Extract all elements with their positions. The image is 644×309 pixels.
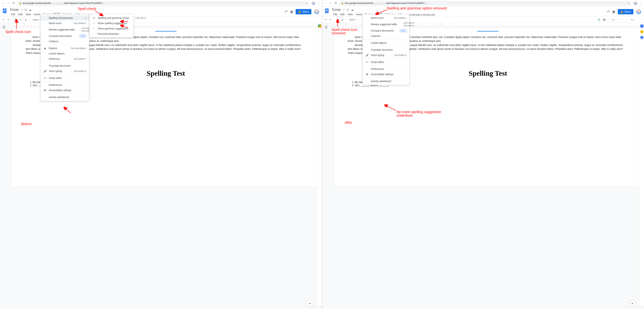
menu-file[interactable]: File [10,12,16,16]
menu-activity-dashboard[interactable]: Activity dashboard [363,78,409,84]
scroll-right-icon[interactable]: › [320,305,321,308]
address-bar[interactable]: 🔒 docs.google.com/document/d/………………/edit… [17,1,309,6]
undo-icon[interactable]: ↶ [324,18,328,22]
menu-linked-objects[interactable]: Linked objects [40,51,89,56]
account-avatar-icon[interactable] [314,9,320,14]
svg-rect-17 [325,27,327,27]
menu-compare[interactable]: Compare documentsNew [363,28,409,33]
undo-icon[interactable]: ↶ [2,18,5,22]
menu-explore[interactable]: ◆ExploreCtrl+Alt+Shift+I [40,46,89,51]
svg-rect-14 [326,10,328,11]
star-outline-icon[interactable]: ☆ [342,8,345,11]
more-icon[interactable]: ⋯ [619,18,623,22]
profile-avatar-icon[interactable] [312,2,315,5]
chevron-up-icon[interactable]: ˄ [639,18,642,22]
submenu-show-grammar[interactable]: ✓Show grammar suggestions [90,26,134,31]
cloud-icon[interactable]: ☁ [351,8,354,11]
nav-back-icon[interactable]: ← [2,2,4,5]
move-icon[interactable]: 🗀 [24,8,27,11]
menu-review-edits[interactable]: Review suggested editsCtrl+Alt+O Ctrl+Al… [40,26,89,33]
menu-edit[interactable]: Edit [17,12,24,16]
nav-back-icon[interactable]: ← [324,2,327,5]
docs-logo-icon[interactable] [2,8,8,14]
outline-icon[interactable] [324,25,328,29]
print-icon[interactable]: 🖶 [336,18,340,22]
trend-icon[interactable] [284,10,288,14]
zoom-select[interactable]: 100% [348,18,358,22]
insert-link-icon[interactable]: 🔗 [597,18,601,22]
print-icon[interactable]: 🖶 [14,18,17,22]
menu-review-edits[interactable]: Review suggested editsCtrl+Alt+O Ctrl+Al… [363,20,409,28]
menu-dictionary[interactable]: DictionaryCtrl+Shift+Y [40,56,89,62]
submenu-personal-dictionary[interactable]: Personal dictionary [90,31,134,36]
submenu-check[interactable]: A✓Spelling and grammar checkCtrl+Alt+X [90,15,134,20]
menu-script-editor[interactable]: <>Script editor [363,60,409,65]
menu-accessibility[interactable]: ✱Accessibility settings [40,88,89,93]
menu-voice-typing[interactable]: 🎤Voice typingCtrl+Shift+S [363,52,409,58]
kebab-icon[interactable]: ⋮ [640,2,642,5]
star-icon[interactable]: ☆ [628,2,630,4]
paint-format-icon[interactable]: 🖌 [340,18,344,22]
editing-mode-icon[interactable]: ✎ [630,18,635,22]
submenu-show-spelling[interactable]: ✓Show spelling suggestions [90,20,134,26]
kebab-icon[interactable]: ⋮ [318,2,320,5]
tasks-icon[interactable] [640,36,644,39]
menu-translate[interactable]: Translate document [40,63,89,68]
explore-fab[interactable]: ✦ [629,300,635,306]
menu-view[interactable]: View [24,12,32,16]
account-avatar-icon[interactable] [636,9,642,14]
insert-image-icon[interactable]: 🖼 [602,18,607,22]
menu-preferences[interactable]: Preferences [363,66,409,72]
menu-citations[interactable]: Citations [363,33,409,39]
menu-script-editor[interactable]: <>Script editor [40,75,89,81]
menu-preferences[interactable]: Preferences [40,82,89,88]
menu-edit[interactable]: Edit [339,12,346,16]
nav-forward-icon[interactable]: → [7,2,10,5]
menu-accessibility[interactable]: ✱Accessibility settings [363,72,409,77]
star-icon[interactable]: ☆ [306,2,308,4]
align-icon[interactable]: ≡ [611,18,615,22]
share-button[interactable]: 🔒 Share [618,9,633,14]
docs-logo-icon[interactable] [324,8,330,14]
menu-compare[interactable]: Compare documentsNew [40,33,89,39]
keep-icon[interactable] [640,30,644,33]
redo-icon[interactable]: ↷ [328,18,332,22]
menu-translate[interactable]: Translate document [363,47,409,52]
menu-linked-objects[interactable]: Linked objects [363,40,409,46]
menu-word-count[interactable]: Word countCtrl+Shift+C [363,15,409,20]
comments-icon[interactable]: ▣ [290,10,293,14]
calendar-icon[interactable] [318,24,321,28]
document-title[interactable]: Essay [332,8,341,12]
menu-insert[interactable]: Insert [354,12,363,16]
menu-view[interactable]: View [346,12,354,16]
nav-forward-icon[interactable]: → [329,2,332,5]
nav-reload-icon[interactable]: ⟳ [334,2,337,5]
star-outline-icon[interactable]: ☆ [20,8,23,11]
profile-avatar-icon[interactable] [634,2,637,5]
menu-file[interactable]: File [332,12,339,16]
menu-insert[interactable]: Insert [32,12,41,16]
share-button[interactable]: 🔒 Share [296,9,311,14]
scroll-right-icon[interactable]: › [642,305,643,308]
outline-icon[interactable] [2,25,6,29]
nav-reload-icon[interactable]: ⟳ [12,2,15,5]
trend-icon[interactable] [606,10,610,14]
cloud-icon[interactable]: ☁ [29,8,32,11]
last-edit-link[interactable]: Last edit was 2 minutes ago [405,12,436,16]
address-bar[interactable]: 🔒 docs.google.com/document/d/………………/edit… [339,1,632,6]
menu-citations[interactable]: Citations [40,39,89,44]
calendar-icon[interactable] [640,24,644,28]
document-title[interactable]: Essay [10,8,18,12]
explore-fab[interactable]: ✦ [307,300,313,306]
comments-icon[interactable]: ▣ [612,10,615,14]
zoom-select[interactable]: 100% [31,18,42,22]
menu-activity-dashboard[interactable]: Activity dashboard [40,94,89,100]
redo-icon[interactable]: ↷ [6,18,10,22]
menu-spelling-grammar[interactable]: Spelling and grammar▸ [40,15,89,20]
menu-voice-typing[interactable]: 🎤Voice typingCtrl+Shift+S [40,68,89,74]
menu-word-count[interactable]: Word countCtrl+Shift+C [40,20,89,26]
move-icon[interactable]: 🗀 [347,8,349,11]
spellcheck-icon[interactable]: A✓ [18,17,23,22]
tools-menu: Word countCtrl+Shift+C Review suggested … [362,14,410,85]
paint-format-icon[interactable]: 🖌 [24,18,28,22]
